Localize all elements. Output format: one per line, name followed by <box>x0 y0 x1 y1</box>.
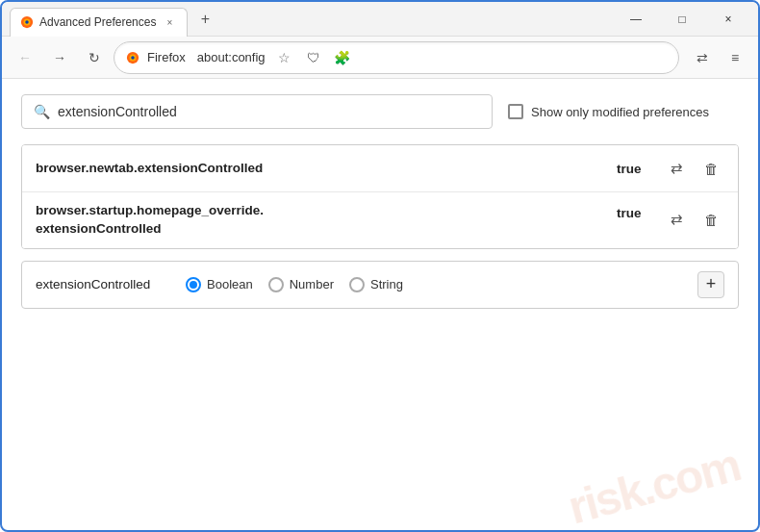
bookmark-icon[interactable]: ☆ <box>273 46 296 69</box>
delete-button-2[interactable]: 🗑 <box>697 206 724 233</box>
shield-icon[interactable]: 🛡 <box>302 46 325 69</box>
browser-name: Firefox <box>147 50 186 64</box>
radio-number-label: Number <box>290 277 334 291</box>
menu-icon[interactable]: ≡ <box>720 42 750 73</box>
results-table: browser.newtab.extensionControlled true … <box>21 144 739 249</box>
tab-strip: Advanced Preferences × + <box>10 2 614 36</box>
pref-name-2: browser.startup.homepage_override. exten… <box>36 202 617 239</box>
pref-name-2-line2: extensionControlled <box>36 221 162 236</box>
nav-bar: ← → ↻ Firefox about:config ☆ 🛡 🧩 ⇄ ≡ <box>2 37 758 79</box>
show-modified-label: Show only modified preferences <box>531 105 709 119</box>
show-modified-checkbox[interactable] <box>508 104 523 119</box>
extension-icon[interactable]: 🧩 <box>331 46 354 69</box>
add-pref-button[interactable]: + <box>697 271 724 298</box>
maximize-button[interactable]: □ <box>660 4 704 35</box>
tab-favicon <box>20 15 34 29</box>
back-icon: ← <box>18 50 32 65</box>
tab-close-button[interactable]: × <box>162 14 177 30</box>
pref-name-1: browser.newtab.extensionControlled <box>36 160 617 178</box>
window-controls: — □ × <box>614 4 750 35</box>
pref-value-2: true <box>617 206 651 220</box>
forward-icon: → <box>53 50 66 65</box>
radio-string[interactable]: String <box>349 277 403 292</box>
radio-string-label: String <box>370 277 403 291</box>
watermark: risk.com <box>563 438 745 532</box>
search-row: 🔍 extensionControlled Show only modified… <box>21 94 739 129</box>
pref-value-1: true <box>617 162 651 176</box>
row-actions-2: ⇄ 🗑 <box>663 206 724 233</box>
sync-icon[interactable]: ⇄ <box>687 42 718 73</box>
active-tab[interactable]: Advanced Preferences × <box>10 8 188 37</box>
back-button[interactable]: ← <box>10 42 40 73</box>
pref-name-2-line1: browser.startup.homepage_override. <box>36 203 264 217</box>
radio-number[interactable]: Number <box>268 277 334 292</box>
toolbar-icons: ⇄ ≡ <box>687 42 750 73</box>
row-actions-1: ⇄ 🗑 <box>663 155 724 182</box>
address-icons: ☆ 🛡 🧩 <box>273 46 354 69</box>
search-box[interactable]: 🔍 extensionControlled <box>21 94 493 129</box>
main-content: 🔍 extensionControlled Show only modified… <box>2 79 758 324</box>
show-modified-checkbox-row[interactable]: Show only modified preferences <box>508 104 709 119</box>
swap-button-1[interactable]: ⇄ <box>663 155 690 182</box>
address-bar[interactable]: Firefox about:config ☆ 🛡 🧩 <box>114 41 679 74</box>
address-url: about:config <box>197 50 266 64</box>
svg-point-5 <box>131 56 135 60</box>
new-tab-button[interactable]: + <box>191 6 218 33</box>
tab-title: Advanced Preferences <box>39 15 156 29</box>
type-radio-group: Boolean Number String <box>186 277 682 292</box>
table-row: browser.newtab.extensionControlled true … <box>22 145 738 192</box>
reload-icon: ↻ <box>89 50 100 65</box>
firefox-logo <box>126 51 139 64</box>
close-button[interactable]: × <box>706 4 750 35</box>
search-icon: 🔍 <box>34 104 50 119</box>
delete-button-1[interactable]: 🗑 <box>697 155 724 182</box>
radio-number-outer <box>268 277 284 292</box>
title-bar: Advanced Preferences × + — □ × <box>2 2 758 37</box>
radio-string-outer <box>349 277 365 292</box>
swap-button-2[interactable]: ⇄ <box>663 206 690 233</box>
radio-boolean-inner <box>190 281 197 289</box>
search-input-value: extensionControlled <box>58 104 480 119</box>
svg-point-2 <box>25 20 29 24</box>
reload-button[interactable]: ↻ <box>79 42 110 73</box>
radio-boolean-label: Boolean <box>207 277 253 291</box>
table-row: browser.startup.homepage_override. exten… <box>22 192 738 248</box>
radio-boolean-outer <box>186 277 201 292</box>
new-pref-row: extensionControlled Boolean Number Strin… <box>21 261 739 309</box>
new-pref-name: extensionControlled <box>36 277 170 291</box>
radio-boolean[interactable]: Boolean <box>186 277 253 292</box>
forward-button[interactable]: → <box>44 42 75 73</box>
minimize-button[interactable]: — <box>614 4 658 35</box>
